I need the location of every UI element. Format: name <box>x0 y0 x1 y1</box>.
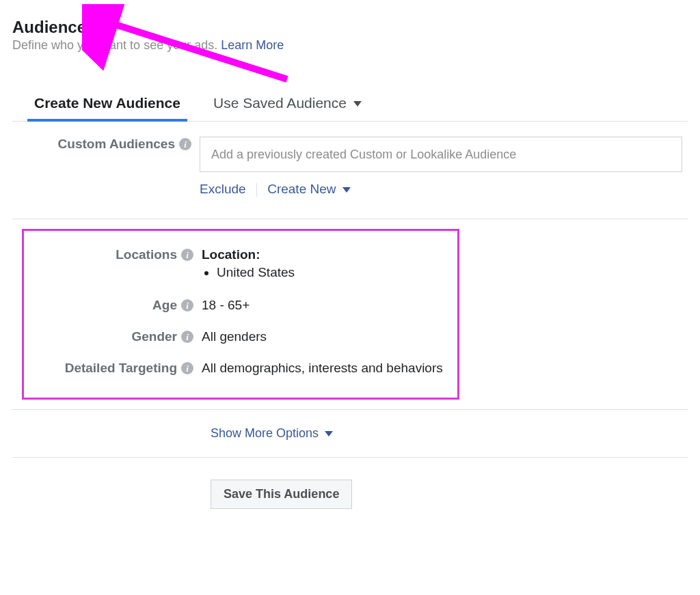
custom-audience-links: Exclude Create New <box>200 182 688 197</box>
gender-row: Gender i All genders <box>32 321 449 352</box>
divider <box>12 409 688 410</box>
locations-label-text: Locations <box>116 247 177 262</box>
custom-audience-input[interactable] <box>200 137 682 172</box>
age-value: 18 - 65+ <box>202 298 449 313</box>
age-label: Age i <box>32 298 202 313</box>
show-more-row: Show More Options <box>211 419 688 447</box>
save-this-audience-button[interactable]: Save This Audience <box>211 480 352 509</box>
divider <box>256 183 257 197</box>
custom-audiences-label-text: Custom Audiences <box>58 137 175 152</box>
gender-label: Gender i <box>32 329 202 344</box>
detailed-targeting-value: All demographics, interests and behavior… <box>202 361 449 376</box>
chevron-down-icon <box>353 101 362 107</box>
age-label-text: Age <box>152 298 177 313</box>
location-item: United States <box>217 265 449 280</box>
save-row: Save This Audience <box>211 467 688 521</box>
custom-audiences-row: Custom Audiences i Exclude Create New <box>12 122 688 209</box>
custom-audiences-label: Custom Audiences i <box>12 137 200 197</box>
location-heading: Location: <box>202 247 449 262</box>
locations-value: Location: United States <box>202 247 449 281</box>
page-subtitle: Define who you want to see your ads. Lea… <box>12 38 688 53</box>
create-new-label: Create New <box>267 182 336 196</box>
info-icon[interactable]: i <box>181 249 193 261</box>
info-icon[interactable]: i <box>179 138 191 150</box>
info-icon[interactable]: i <box>181 331 193 343</box>
info-icon[interactable]: i <box>181 299 193 312</box>
page-title: Audience <box>12 18 688 37</box>
audience-tabs: Create New Audience Use Saved Audience <box>12 87 688 122</box>
gender-label-text: Gender <box>131 329 177 344</box>
show-more-options-link[interactable]: Show More Options <box>211 426 333 440</box>
chevron-down-icon <box>342 187 351 193</box>
divider <box>12 457 688 458</box>
detailed-targeting-label: Detailed Targeting i <box>32 361 202 376</box>
chevron-down-icon <box>325 431 333 437</box>
subtitle-part-a: Define who you want to <box>12 38 144 52</box>
tab-use-saved-audience[interactable]: Use Saved Audience <box>211 87 364 121</box>
show-more-label: Show More Options <box>211 426 319 440</box>
subtitle-part-b: your ads. <box>163 38 221 52</box>
locations-row: Locations i Location: United States <box>32 239 449 290</box>
targeting-summary-box: Locations i Location: United States Age … <box>22 229 459 400</box>
age-row: Age i 18 - 65+ <box>32 290 449 321</box>
locations-label: Locations i <box>32 247 202 281</box>
subtitle-part-masked: see <box>144 38 163 52</box>
gender-value: All genders <box>202 329 449 344</box>
info-icon[interactable]: i <box>181 362 193 374</box>
tab-use-saved-label: Use Saved Audience <box>213 95 347 111</box>
learn-more-link[interactable]: Learn More <box>221 38 284 52</box>
create-new-link[interactable]: Create New <box>267 182 351 196</box>
detailed-targeting-row: Detailed Targeting i All demographics, i… <box>32 352 449 384</box>
exclude-link[interactable]: Exclude <box>200 182 246 196</box>
detailed-targeting-label-text: Detailed Targeting <box>65 361 177 376</box>
tab-create-new-audience[interactable]: Create New Audience <box>31 87 183 121</box>
divider <box>12 219 688 219</box>
